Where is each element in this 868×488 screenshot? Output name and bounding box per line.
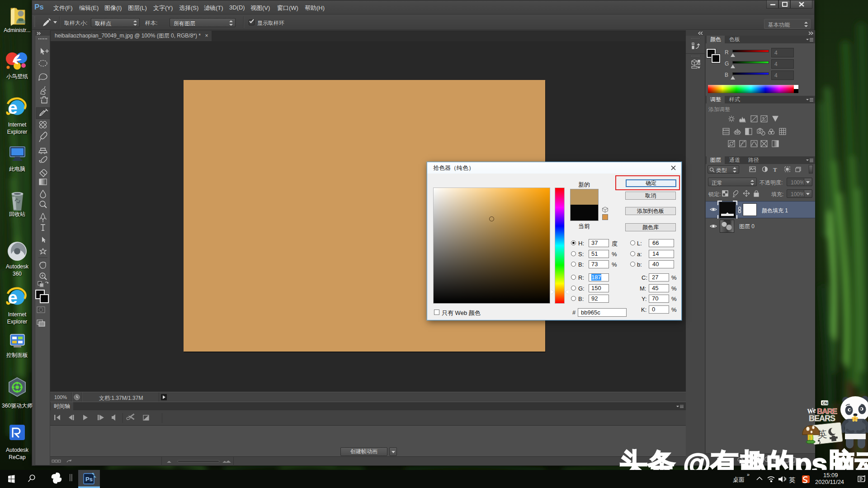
svg-text:Administr...: Administr... bbox=[4, 27, 30, 33]
svg-text:15:09: 15:09 bbox=[823, 472, 838, 479]
svg-text:2020/11/24: 2020/11/24 bbox=[815, 479, 844, 485]
svg-text:360驱动大师: 360驱动大师 bbox=[2, 403, 33, 409]
svg-text:»: » bbox=[747, 472, 750, 477]
svg-text:小鸟壁纸: 小鸟壁纸 bbox=[6, 73, 28, 80]
svg-text:Explorer: Explorer bbox=[7, 319, 28, 325]
svg-text:控制面板: 控制面板 bbox=[6, 352, 28, 358]
svg-text:桌面: 桌面 bbox=[733, 476, 745, 483]
svg-text:ReCap: ReCap bbox=[9, 454, 26, 460]
svg-text:T: T bbox=[773, 166, 777, 173]
svg-text:BEARS: BEARS bbox=[809, 414, 835, 423]
svg-text:Autodesk: Autodesk bbox=[6, 447, 29, 453]
svg-text:CN: CN bbox=[822, 401, 828, 405]
svg-text:Internet: Internet bbox=[8, 311, 27, 318]
svg-text:Explorer: Explorer bbox=[7, 129, 28, 135]
svg-text:Internet: Internet bbox=[8, 122, 27, 128]
svg-text:回收站: 回收站 bbox=[9, 211, 25, 217]
svg-text:Ps: Ps bbox=[85, 476, 93, 483]
svg-text:360: 360 bbox=[13, 271, 22, 277]
svg-text:Autodesk: Autodesk bbox=[6, 263, 29, 270]
svg-text:此电脑: 此电脑 bbox=[9, 166, 25, 172]
svg-text:英: 英 bbox=[789, 476, 795, 483]
